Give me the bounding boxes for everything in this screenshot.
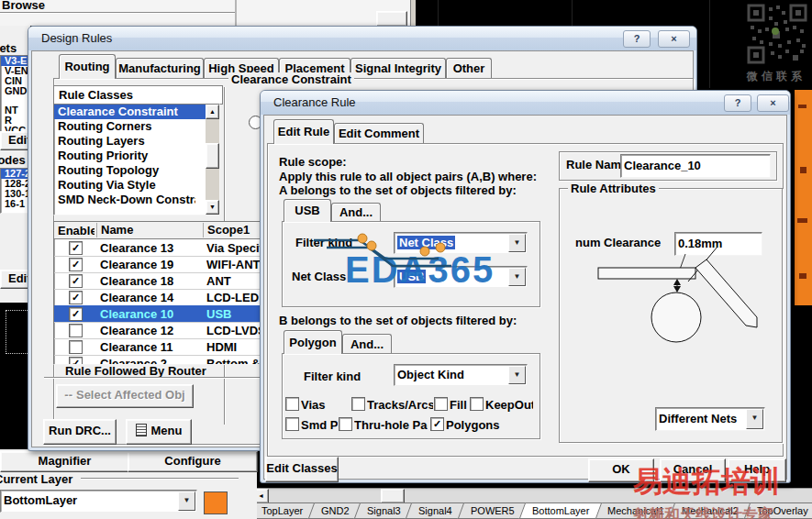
checkbox-label: Polygons: [446, 418, 503, 432]
tab-a-and[interactable]: And...: [331, 203, 381, 222]
close-button[interactable]: ×: [757, 94, 789, 112]
filter-kind-label-b: Filter kind: [304, 370, 361, 383]
checkbox-unchecked[interactable]: [69, 340, 83, 354]
help-button[interactable]: ?: [623, 30, 651, 48]
close-icon: ×: [770, 97, 775, 108]
clearance-diagram: [568, 237, 779, 366]
tab-magnifier[interactable]: Magnifier: [0, 451, 129, 472]
checkbox-label: Smd Pads: [301, 418, 338, 432]
red-watermark: 易迪拓培训 射频和天线设计专家: [633, 462, 812, 519]
rule-name-field[interactable]: Clearance_10: [620, 154, 771, 178]
checkbox-checked[interactable]: ✓: [72, 275, 80, 286]
edit-classes-button[interactable]: Edit Classes: [265, 457, 339, 482]
window-edge: [410, 0, 416, 26]
design-rules-titlebar[interactable]: Design Rules ? ×: [28, 27, 696, 50]
rule-class-item[interactable]: Routing Layers: [54, 134, 219, 149]
tab-routing[interactable]: Routing: [59, 54, 116, 79]
checkbox-checked[interactable]: ✓: [72, 259, 80, 270]
dashes-icon: --: [64, 388, 72, 402]
checkbox-keepout[interactable]: [470, 397, 484, 411]
layer-tab-signal4[interactable]: Signal4: [406, 502, 465, 519]
select-affected-button[interactable]: --Select Affected Obj: [56, 384, 194, 408]
table-row[interactable]: ✓ Clearance 18 ANT: [54, 272, 286, 290]
checkbox-label: KeepOut: [485, 398, 533, 412]
layer-tab-signal3[interactable]: Signal3: [354, 502, 414, 519]
divider: [44, 377, 285, 379]
scrollbar-fragment[interactable]: [376, 11, 407, 27]
tab-a-usb[interactable]: USB: [284, 199, 331, 222]
tab-manufacturing[interactable]: Manufacturing: [116, 58, 204, 79]
checkbox-checked[interactable]: ✓: [72, 308, 80, 319]
layer-tab-toplayer[interactable]: TopLayer: [249, 502, 317, 519]
chevron-down-icon[interactable]: ▼: [178, 491, 195, 511]
checkbox-tracks-arcs[interactable]: [351, 397, 365, 411]
scroll-up-button[interactable]: ▲: [206, 105, 219, 119]
rule-class-item[interactable]: Routing Priority: [54, 149, 219, 163]
checkbox-smd-pads[interactable]: [285, 417, 299, 431]
nets-header: Nets: [0, 41, 17, 55]
scroll-down-button[interactable]: ▼: [206, 200, 219, 215]
rule-classes-list[interactable]: Clearance Constraint Routing Corners Rou…: [53, 104, 220, 215]
table-row-selected[interactable]: ✓ Clearance 10 USB: [54, 305, 286, 323]
help-icon: ?: [634, 33, 640, 44]
checkbox-fill[interactable]: [434, 397, 448, 411]
table-row[interactable]: ✓ Clearance 14 LCD-LED: [54, 289, 286, 306]
scrollbar-thumb[interactable]: [206, 143, 219, 169]
chevron-down-icon[interactable]: ▼: [508, 366, 526, 384]
object-kind-dropdown[interactable]: Object Kind ▼: [394, 364, 528, 386]
close-icon: ×: [671, 33, 676, 44]
tab-other[interactable]: Other: [446, 58, 492, 79]
layer-tab-bottomlayer[interactable]: BottomLayer: [519, 502, 603, 519]
checkbox-label: Fill: [450, 398, 470, 412]
current-layer-label: Current Layer: [0, 472, 72, 486]
clearance-constraint-group-label: Clearance Constraint: [228, 72, 354, 86]
nets-filter-dropdown[interactable]: Different Nets ▼: [655, 407, 765, 431]
chevron-down-icon[interactable]: ▼: [746, 409, 763, 429]
vertical-scrollbar[interactable]: ▲ ▼: [206, 105, 219, 215]
clearance-rule-titlebar[interactable]: Clearance Rule ? ×: [261, 91, 790, 115]
tab-b-polygon[interactable]: Polygon: [284, 330, 342, 354]
checkbox-polygons[interactable]: ✓: [430, 417, 444, 431]
checkbox-label: Thru-hole Pads: [354, 418, 428, 432]
rule-class-item[interactable]: Routing Topology: [54, 163, 219, 178]
table-row[interactable]: ✓ Clearance 19 WIFI-ANT: [54, 256, 286, 273]
help-button[interactable]: ?: [724, 94, 751, 112]
dialog-title: Design Rules: [41, 31, 112, 45]
magnifier-preview: [0, 303, 30, 449]
tab-edit-rule[interactable]: Edit Rule: [273, 119, 334, 144]
table-row[interactable]: ✓ Clearance 13 Via Specific: [54, 239, 286, 257]
tab-configure[interactable]: Configure: [128, 451, 258, 472]
tab-edit-comment[interactable]: Edit Comment: [334, 123, 424, 144]
tab-signal-integrity[interactable]: Signal Integrity: [350, 58, 446, 79]
rules-table[interactable]: Enable Name Scope1 ✓ Clearance 13 Via Sp…: [53, 221, 287, 365]
layer-color-swatch[interactable]: [204, 491, 228, 514]
run-drc-button[interactable]: Run DRC...: [43, 419, 117, 445]
nodes-header: Nodes: [0, 153, 26, 167]
rule-class-item[interactable]: Routing Via Style: [54, 178, 219, 193]
browse-window-top: Browse: [0, 0, 415, 26]
checkbox-vias[interactable]: [285, 397, 299, 411]
panel-divider: [235, 0, 237, 26]
rule-classes-header: Rule Classes: [53, 85, 223, 105]
rule-class-item[interactable]: SMD Neck-Down Constraint: [54, 193, 195, 207]
table-row[interactable]: Clearance 12 LCD-LVDS: [54, 322, 286, 339]
current-layer-dropdown[interactable]: BottomLayer ▼: [0, 490, 197, 513]
rule-class-item[interactable]: Clearance Constraint: [54, 105, 219, 119]
red-watermark-line2: 射频和天线设计专家: [633, 504, 812, 519]
group-line: [81, 478, 239, 480]
scrollbar-thumb[interactable]: [381, 489, 405, 503]
close-button[interactable]: ×: [658, 30, 690, 48]
menu-button[interactable]: Menu: [126, 419, 192, 445]
checkbox-checked[interactable]: ✓: [72, 292, 80, 303]
table-row[interactable]: Clearance 11 HDMI: [54, 338, 286, 356]
checkbox-checked[interactable]: ✓: [72, 242, 80, 253]
help-icon: ?: [735, 97, 741, 108]
b-heading: B belongs to the set of objects filtered…: [279, 314, 517, 327]
tab-b-and[interactable]: And...: [342, 334, 392, 354]
checkbox-thru-hole-pads[interactable]: [339, 417, 352, 431]
rule-name-label: Rule Name: [566, 158, 621, 171]
rule-class-item[interactable]: Routing Corners: [54, 119, 219, 134]
layer-tab-power5[interactable]: POWER5: [457, 502, 527, 519]
pcb-editor-screen: { "glyphs": { "check": "✓", "dropdown_ar…: [0, 0, 812, 519]
checkbox-unchecked[interactable]: [69, 324, 83, 337]
